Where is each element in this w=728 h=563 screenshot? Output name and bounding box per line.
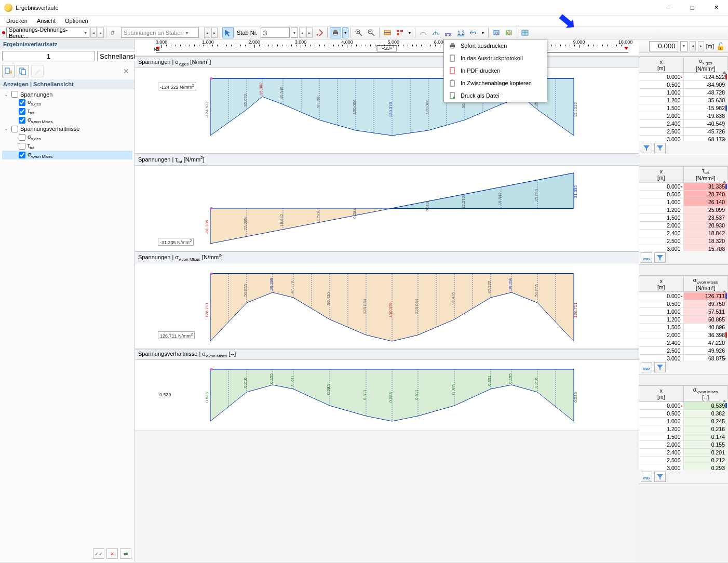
ttot-checkbox[interactable] [19, 108, 25, 115]
sigma-vm-checkbox[interactable] [19, 117, 25, 124]
sigma-icon[interactable]: σ [109, 27, 120, 38]
table-row[interactable]: 1.20050.865 [639, 316, 728, 324]
set-index-input[interactable] [2, 51, 95, 61]
table-4[interactable]: 0.000▪0.5390.5000.3821.0000.2451.2000.21… [639, 401, 728, 470]
table-row[interactable]: 0.50089.750 [639, 300, 728, 308]
stab-prev-button[interactable]: ◂ [299, 28, 305, 38]
window-minimize-button[interactable]: ─ [656, 0, 680, 16]
close-panel-button[interactable]: ✕ [120, 65, 132, 77]
chart-2-body[interactable]: -31.335 25.099 18.842 12.570 6.288 6.288… [135, 166, 639, 251]
print-split-button[interactable] [330, 27, 341, 38]
table-row[interactable]: 2.400-40.549 [639, 120, 728, 128]
table-row[interactable]: 2.50049.926 [639, 347, 728, 355]
prev-1-button[interactable]: ◂ [90, 28, 97, 38]
table-3-filter[interactable] [654, 362, 666, 372]
calc-type-combo[interactable]: Spannungs-Dehnungs-Berec...▾ [6, 28, 89, 38]
table-row[interactable]: 0.000▪31.335 [639, 183, 728, 191]
view-toggle-1[interactable] [382, 27, 393, 38]
ratios-checkbox[interactable] [11, 126, 18, 132]
tree-item-ttot[interactable]: τtot [2, 107, 132, 116]
table-4-filter[interactable] [654, 472, 666, 482]
tree-item-ratio-vm[interactable]: σv,von Mises [2, 151, 132, 159]
chart-4-body[interactable]: 0.539 0.216 0.155 0.201 0.385 0.511 0.55… [135, 360, 639, 431]
table-row[interactable]: 1.00026.140 [639, 198, 728, 206]
table-row[interactable]: 2.00020.930 [639, 222, 728, 230]
next-1-button[interactable]: ▸ [98, 28, 104, 38]
print-now-item[interactable]: Sofort ausdrucken [444, 39, 547, 52]
table-row[interactable]: 2.0000.155 [639, 441, 728, 449]
table-3[interactable]: 0.000▪126.7110.50089.7501.00057.5111.200… [639, 292, 728, 360]
menu-view[interactable]: Ansicht [33, 17, 60, 25]
chart-3-body[interactable]: 126.711 50.865 36.398 47.220 90.426 120.… [135, 263, 639, 348]
table-4-max-filter[interactable]: max [641, 472, 652, 482]
ratio-xges-checkbox[interactable] [19, 134, 25, 141]
table-toggle-button[interactable] [519, 27, 531, 38]
table-row[interactable]: 1.500-15.982 [639, 104, 728, 112]
smooth-button[interactable] [417, 27, 429, 38]
print-dropdown-button[interactable]: ▾ [342, 27, 348, 38]
position-prev[interactable]: ◂ [690, 41, 696, 51]
supports-button[interactable] [442, 27, 454, 38]
view-toggle-2-dd[interactable]: ▾ [407, 27, 413, 38]
table-row[interactable]: 2.40047.220 [639, 339, 728, 347]
table-row[interactable]: 2.00036.398 [639, 331, 728, 339]
cursor-mode-button[interactable] [222, 27, 234, 38]
table-row[interactable]: 1.2000.216 [639, 425, 728, 433]
position-dropdown[interactable]: ▾ [680, 41, 687, 51]
result-combo[interactable]: Spannungen an Stäben▾ [121, 28, 199, 38]
zoom-in-button[interactable] [353, 27, 365, 38]
table-row[interactable]: 1.50040.896 [639, 324, 728, 331]
tree-item-ratio-ttot[interactable]: τtot [2, 142, 132, 151]
table-row[interactable]: 0.50028.740 [639, 191, 728, 198]
dimension-dd[interactable]: ▾ [480, 27, 486, 38]
table-2-max-filter[interactable]: max [641, 252, 652, 263]
view-toggle-2[interactable] [394, 27, 406, 38]
table-row[interactable]: 1.200-35.630 [639, 97, 728, 104]
dimension-button[interactable] [467, 27, 479, 38]
position-next[interactable]: ▸ [698, 41, 704, 51]
table-row[interactable]: 2.40018.842 [639, 230, 728, 237]
table-row[interactable]: 1.0000.245 [639, 418, 728, 425]
menu-options[interactable]: Optionen [61, 17, 92, 25]
table-1-filter[interactable] [654, 143, 666, 153]
print-to-file-item[interactable]: Druck als Datei [444, 89, 547, 102]
menu-print[interactable]: Drucken [2, 17, 32, 25]
table-row[interactable]: 3.000-68.172 [639, 136, 728, 142]
table-row[interactable]: 3.00068.875 [639, 355, 728, 361]
table-row[interactable]: 1.50023.537 [639, 214, 728, 222]
next-2-button[interactable]: ▸ [211, 28, 218, 38]
print-to-report-item[interactable]: In das Ausdruckprotokoll [444, 52, 547, 64]
hatch-button[interactable] [430, 27, 441, 38]
table-row[interactable]: 2.000-19.838 [639, 112, 728, 120]
ratio-ttot-checkbox[interactable] [19, 143, 25, 150]
zoom-out-button[interactable] [366, 27, 377, 38]
tree-item-sigma-xges[interactable]: σx,ges [2, 98, 132, 107]
table-row[interactable]: 1.000-48.728 [639, 89, 728, 97]
member-view-1[interactable]: Q [491, 27, 502, 38]
table-row[interactable]: 0.000▪-124.522 [639, 73, 728, 81]
window-maximize-button[interactable]: □ [680, 0, 704, 16]
table-row[interactable]: 1.5000.174 [639, 433, 728, 441]
stresses-checkbox[interactable] [11, 91, 18, 98]
copy-clipboard-item[interactable]: In Zwischenablage kopieren [444, 77, 547, 89]
extrema-button[interactable]: 1.2 [455, 27, 466, 38]
lock-icon[interactable]: 🔓 [716, 42, 725, 50]
tree-item-ratio-xges[interactable]: σx,ges [2, 133, 132, 142]
table-row[interactable]: 0.5000.382 [639, 410, 728, 418]
chart-1-body[interactable]: -124.522 35.630 15.982 40.549 90.282 120… [135, 68, 639, 153]
uncheck-all-button[interactable]: ✕ [106, 548, 118, 559]
tree-group-stresses[interactable]: ⌄Spannungen [2, 90, 132, 98]
window-close-button[interactable]: ✕ [704, 0, 728, 16]
table-row[interactable]: 2.4000.201 [639, 449, 728, 457]
stab-number-input[interactable] [261, 28, 290, 38]
ratio-vm-checkbox[interactable] [19, 152, 25, 158]
stab-dropdown[interactable]: ▾ [291, 28, 298, 38]
table-row[interactable]: 0.000▪0.539 [639, 402, 728, 410]
copy-set-button[interactable] [17, 65, 29, 77]
table-1-max-filter[interactable] [641, 143, 652, 153]
check-all-button[interactable]: ✓✓ [93, 548, 104, 559]
table-row[interactable]: 0.000▪126.711 [639, 292, 728, 300]
table-3-max-filter[interactable]: max [641, 362, 652, 372]
toggle-button[interactable]: ⇄ [120, 548, 131, 559]
new-set-button[interactable]: ✳ [2, 65, 15, 77]
